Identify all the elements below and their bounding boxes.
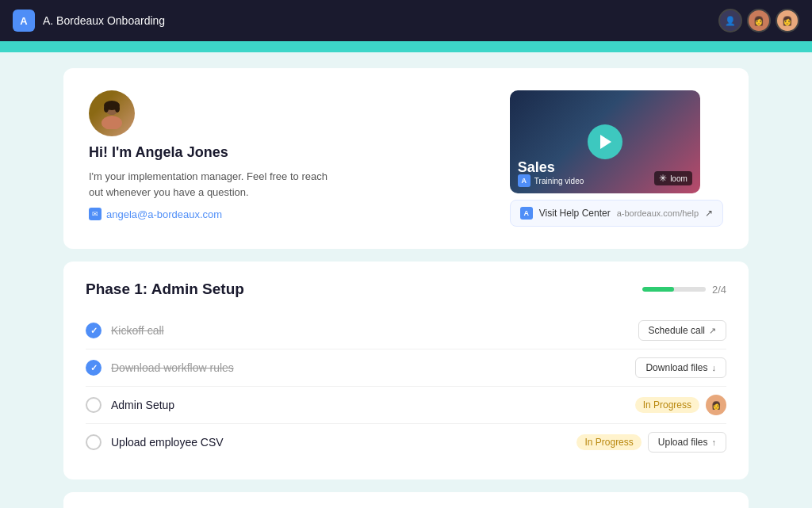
- email-icon: [89, 208, 102, 220]
- video-label-text: Training video: [534, 177, 584, 185]
- loom-badge: ✳ loom: [654, 171, 692, 185]
- btn-arrow-icon: ↓: [712, 363, 717, 372]
- task-badge-0-3: In Progress: [576, 434, 641, 450]
- help-center-label: Visit Help Center: [539, 208, 611, 219]
- progress-bar-fill-0: [642, 287, 674, 292]
- phase-card-0: Phase 1: Admin Setup2/4Kickoff callSched…: [63, 262, 749, 479]
- topbar-left: A A. Bordeaux Onboarding: [13, 10, 165, 32]
- btn-label: Upload files: [658, 437, 708, 448]
- task-label-0-0: Kickoff call: [111, 324, 629, 337]
- profile-email-link[interactable]: angela@a-bordeaux.com: [89, 208, 343, 220]
- video-title: Sales: [518, 159, 555, 176]
- task-action-btn-0-1[interactable]: Download files ↓: [635, 357, 726, 378]
- help-center-bar[interactable]: A Visit Help Center a-bordeaux.com/help …: [510, 200, 723, 227]
- app-icon: A: [13, 10, 35, 32]
- task-label-0-3: Upload employee CSV: [111, 436, 567, 449]
- phases-container: Phase 1: Admin Setup2/4Kickoff callSched…: [63, 262, 749, 508]
- task-checkbox-0-1[interactable]: [86, 360, 102, 376]
- teal-band: [0, 41, 812, 52]
- task-actions-0-3: In ProgressUpload files ↑: [576, 432, 726, 453]
- help-icon: A: [520, 207, 533, 220]
- topbar-avatars: 👤 👩 👩: [718, 9, 799, 32]
- task-checkbox-0-3[interactable]: [86, 434, 102, 450]
- video-label: A Training video: [518, 174, 584, 187]
- task-label-0-2: Admin Setup: [111, 399, 626, 411]
- task-badge-0-2: In Progress: [635, 397, 699, 413]
- task-row-0-3: Upload employee CSVIn ProgressUpload fil…: [86, 424, 726, 460]
- help-center-url: a-bordeaux.com/help: [617, 208, 699, 218]
- topbar: A A. Bordeaux Onboarding 👤 👩 👩: [0, 0, 812, 41]
- svg-point-1: [102, 116, 122, 129]
- task-checkbox-0-2[interactable]: [86, 397, 102, 413]
- email-address: angela@a-bordeaux.com: [106, 208, 222, 220]
- phase-progress-0: 2/4: [642, 284, 726, 296]
- task-action-btn-0-0[interactable]: Schedule call ↗: [638, 320, 726, 341]
- avatar-1[interactable]: 👤: [718, 9, 742, 32]
- task-row-0-2: Admin SetupIn Progress👩: [86, 387, 726, 424]
- task-label-0-1: Download workflow rules: [111, 361, 626, 374]
- progress-count-0: 2/4: [712, 284, 726, 296]
- video-thumbnail[interactable]: A Training video Sales ✳ loom: [510, 90, 700, 193]
- task-action-btn-0-3[interactable]: Upload files ↑: [648, 432, 726, 453]
- avatar-3[interactable]: 👩: [776, 9, 799, 32]
- svg-point-4: [104, 105, 109, 113]
- svg-point-5: [115, 105, 120, 113]
- loom-star-icon: ✳: [659, 173, 667, 184]
- task-checkbox-0-0[interactable]: [86, 323, 102, 338]
- avatar-2[interactable]: 👩: [747, 9, 771, 32]
- btn-label: Download files: [645, 362, 707, 373]
- loom-text: loom: [670, 174, 688, 183]
- task-actions-0-0: Schedule call ↗: [638, 320, 726, 341]
- video-label-icon: A: [518, 174, 530, 187]
- task-avatar-0-2: 👩: [706, 395, 726, 415]
- topbar-title: A. Bordeaux Onboarding: [43, 14, 165, 27]
- btn-arrow-icon: ↗: [709, 326, 716, 336]
- profile-avatar: [89, 90, 135, 136]
- task-actions-0-2: In Progress👩: [635, 395, 726, 415]
- task-row-0-1: Download workflow rulesDownload files ↓: [86, 349, 726, 387]
- profile-card: Hi! I'm Angela Jones I'm your implementa…: [63, 68, 749, 249]
- task-row-0-0: Kickoff callSchedule call ↗: [86, 312, 726, 349]
- video-play-button[interactable]: [588, 124, 622, 159]
- btn-arrow-icon: ↑: [712, 437, 717, 447]
- profile-description: I'm your implementation manager. Feel fr…: [89, 169, 343, 200]
- btn-label: Schedule call: [649, 325, 705, 336]
- phase-card-1: Phase 2: Company Rollout0/4Employee roll…: [63, 492, 749, 508]
- help-arrow-icon: ↗: [705, 208, 713, 219]
- phase-title-0: Phase 1: Admin Setup: [86, 281, 244, 298]
- progress-bar-bg-0: [642, 287, 706, 292]
- profile-name: Hi! I'm Angela Jones: [89, 144, 343, 161]
- main-content: Hi! I'm Angela Jones I'm your implementa…: [0, 52, 812, 508]
- video-section: A Training video Sales ✳ loom A Visit He…: [510, 90, 723, 227]
- task-actions-0-1: Download files ↓: [635, 357, 726, 378]
- phase-header-0: Phase 1: Admin Setup2/4: [86, 281, 726, 298]
- profile-left: Hi! I'm Angela Jones I'm your implementa…: [89, 90, 343, 220]
